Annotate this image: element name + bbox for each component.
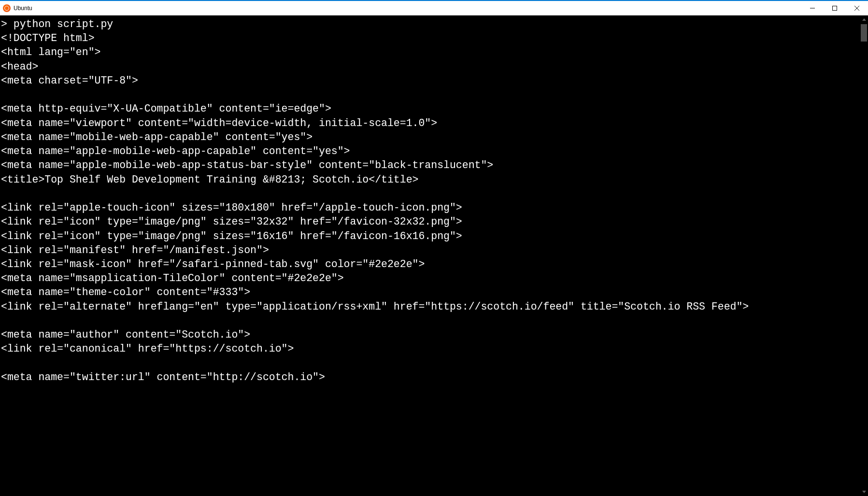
minimize-icon: [810, 6, 815, 11]
minimize-button[interactable]: [801, 1, 824, 15]
terminal-line: [1, 88, 860, 102]
terminal-line: <link rel="canonical" href="https://scot…: [1, 342, 860, 356]
window-frame: Ubuntu > python script.py<!DOCTYPE html>…: [0, 0, 868, 496]
maximize-button[interactable]: [824, 1, 846, 15]
terminal-line: > python script.py: [1, 17, 860, 31]
terminal-line: <link rel="icon" type="image/png" sizes=…: [1, 215, 860, 229]
close-button[interactable]: [846, 1, 868, 15]
scroll-thumb[interactable]: [861, 24, 867, 42]
terminal-line: <meta name="viewport" content="width=dev…: [1, 116, 860, 130]
terminal-line: <html lang="en">: [1, 45, 860, 59]
terminal-container: > python script.py<!DOCTYPE html><html l…: [0, 15, 868, 496]
terminal-line: <meta name="apple-mobile-web-app-status-…: [1, 158, 860, 172]
terminal-line: <meta name="mobile-web-app-capable" cont…: [1, 130, 860, 144]
scroll-down-icon[interactable]: [860, 488, 868, 496]
scroll-up-icon[interactable]: [860, 15, 868, 24]
svg-rect-0: [833, 6, 837, 10]
ubuntu-icon: [3, 4, 11, 12]
terminal-line: <link rel="manifest" href="/manifest.jso…: [1, 243, 860, 257]
terminal-line: <link rel="apple-touch-icon" sizes="180x…: [1, 201, 860, 215]
terminal-output[interactable]: > python script.py<!DOCTYPE html><html l…: [0, 15, 860, 496]
maximize-icon: [832, 6, 837, 11]
terminal-line: <link rel="alternate" hreflang="en" type…: [1, 300, 860, 314]
terminal-line: <meta http-equiv="X-UA-Compatible" conte…: [1, 102, 860, 116]
terminal-line: [1, 356, 860, 370]
terminal-line: <link rel="icon" type="image/png" sizes=…: [1, 229, 860, 243]
terminal-line: <meta name="theme-color" content="#333">: [1, 285, 860, 299]
terminal-line: <head>: [1, 60, 860, 74]
window-controls: [801, 1, 868, 15]
terminal-line: <link rel="mask-icon" href="/safari-pinn…: [1, 257, 860, 271]
scrollbar[interactable]: [860, 15, 868, 496]
titlebar[interactable]: Ubuntu: [0, 1, 868, 15]
close-icon: [854, 6, 859, 11]
terminal-line: [1, 314, 860, 328]
terminal-line: <meta name="msapplication-TileColor" con…: [1, 271, 860, 285]
terminal-line: [1, 187, 860, 201]
terminal-line: <meta charset="UTF-8">: [1, 74, 860, 88]
terminal-line: <title>Top Shelf Web Development Trainin…: [1, 173, 860, 187]
terminal-line: <meta name="author" content="Scotch.io">: [1, 328, 860, 342]
window-title: Ubuntu: [14, 5, 32, 12]
terminal-line: <meta name="apple-mobile-web-app-capable…: [1, 144, 860, 158]
titlebar-left: Ubuntu: [0, 4, 32, 12]
terminal-line: <meta name="twitter:url" content="http:/…: [1, 370, 860, 384]
terminal-line: <!DOCTYPE html>: [1, 31, 860, 45]
